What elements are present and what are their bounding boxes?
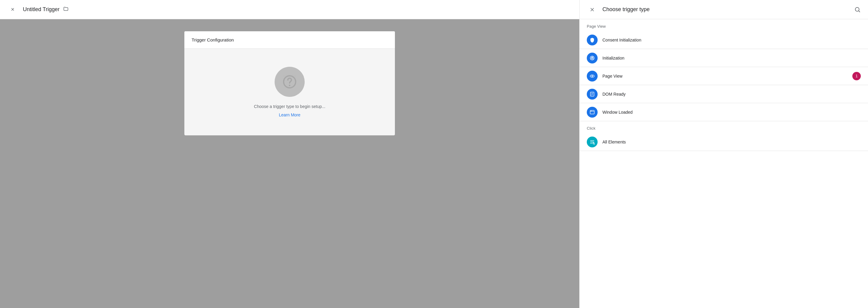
consent-init-label: Consent Initialization [602,38,861,42]
page-view-label: Page View [602,74,847,79]
right-content: Page View Consent Initialization [580,19,868,308]
right-header: Choose trigger type [580,0,868,19]
trigger-item-dom-ready[interactable]: DOM Ready [580,85,868,103]
page-view-icon [587,71,598,82]
left-panel: × Untitled Trigger Trigger Configuration [0,0,579,308]
window-loaded-label: Window Loaded [602,110,861,115]
trigger-item-page-view[interactable]: Page View 1 [580,67,868,85]
right-close-button[interactable] [587,4,598,15]
window-loaded-icon [587,107,598,118]
svg-point-18 [592,111,592,111]
page-title: Untitled Trigger [23,6,69,13]
trigger-config-section-title: Trigger Configuration [184,31,395,49]
svg-point-4 [856,7,859,11]
dom-ready-label: DOM Ready [602,92,861,97]
svg-point-1 [289,85,290,86]
consent-init-icon [587,35,598,45]
trigger-prompt-text: Choose a trigger type to begin setup... [254,104,325,109]
trigger-config-card: Trigger Configuration Choose a trigger t… [184,31,395,135]
right-header-left: Choose trigger type [587,4,650,15]
page-view-badge: 1 [852,72,861,80]
trigger-item-all-elements[interactable]: All Elements [580,133,868,151]
left-content: Trigger Configuration Choose a trigger t… [0,19,579,308]
folder-icon [63,6,69,13]
trigger-title-text: Untitled Trigger [23,6,60,12]
all-elements-icon [587,136,598,147]
close-button[interactable]: × [7,4,18,15]
initialization-icon [587,53,598,63]
all-elements-label: All Elements [602,140,861,144]
initialization-label: Initialization [602,56,861,60]
dom-ready-icon [587,89,598,99]
right-panel-title: Choose trigger type [602,6,650,12]
trigger-placeholder-icon [275,67,305,97]
left-header: × Untitled Trigger [0,0,579,19]
trigger-config-body: Choose a trigger type to begin setup... … [184,49,395,135]
right-panel: Choose trigger type Page View Consent In… [579,0,868,308]
search-icon[interactable] [854,6,861,13]
svg-line-5 [859,11,860,12]
learn-more-link[interactable]: Learn More [279,113,301,117]
svg-point-17 [591,111,591,111]
section-label-click: Click [580,121,868,133]
trigger-item-initialization[interactable]: Initialization [580,49,868,67]
svg-point-10 [592,75,593,77]
trigger-item-window-loaded[interactable]: Window Loaded [580,103,868,121]
trigger-item-consent-init[interactable]: Consent Initialization [580,31,868,49]
section-label-page-view: Page View [580,19,868,31]
